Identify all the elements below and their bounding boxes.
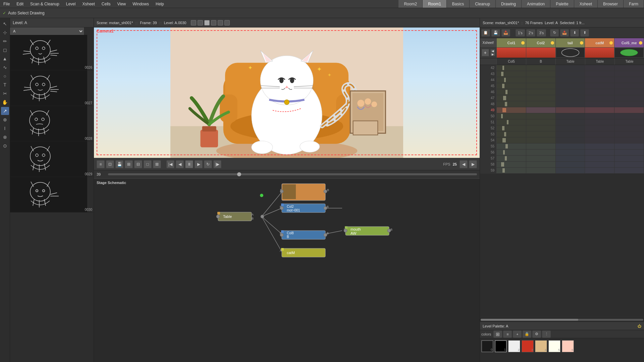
hscroll-thumb[interactable]: [481, 319, 578, 321]
table-row[interactable]: 42: [480, 65, 644, 71]
pb-snapshot[interactable]: ⊡: [106, 160, 114, 168]
palette-power-icon[interactable]: ⏻: [638, 324, 641, 328]
menu-cells[interactable]: Cells: [98, 1, 114, 7]
menu-windows[interactable]: Windows: [129, 1, 152, 7]
swatch-5[interactable]: 5: [548, 340, 560, 352]
xs-col5me-dot[interactable]: [639, 41, 642, 45]
palette-settings-btn[interactable]: ⚙: [532, 330, 541, 338]
frame-slider[interactable]: [108, 173, 477, 175]
room-tab-drawing[interactable]: Drawing: [496, 0, 522, 8]
xs-btn-import[interactable]: 📥: [501, 29, 510, 37]
palette-more-btn[interactable]: ⋮: [542, 330, 551, 338]
table-row[interactable]: 47: [480, 95, 644, 101]
menu-help[interactable]: Help: [152, 1, 167, 7]
swatch-2[interactable]: 2: [508, 340, 520, 352]
tool-brush[interactable]: ✏: [1, 37, 9, 45]
tool-scissors[interactable]: ✂: [1, 89, 9, 98]
palette-grid-btn[interactable]: ⊞: [493, 330, 502, 338]
xs-col-right[interactable]: ▶: [490, 53, 495, 56]
swatch-6[interactable]: 6: [562, 340, 574, 352]
icon-square[interactable]: [204, 20, 210, 25]
table-row[interactable]: 49: [480, 107, 644, 113]
table-row[interactable]: 58: [480, 162, 644, 168]
pb-prev[interactable]: ◀: [176, 160, 184, 168]
room-tab-farm[interactable]: Farm: [624, 0, 644, 8]
xsheet-hscroll[interactable]: [480, 317, 644, 322]
pb-first[interactable]: |◀: [166, 160, 174, 168]
menu-xsheet[interactable]: Xsheet: [79, 1, 98, 7]
tool-stroke[interactable]: ∿: [1, 63, 9, 71]
xs-btn-import2[interactable]: ⬇: [570, 29, 579, 37]
xs-btn-new[interactable]: 📋: [481, 29, 490, 37]
level-select[interactable]: A: [10, 27, 84, 35]
xs-btn-3s[interactable]: 3's: [537, 29, 546, 37]
table-row[interactable]: 46: [480, 89, 644, 95]
xs-btn-save[interactable]: 💾: [491, 29, 500, 37]
thumbnail-0029[interactable]: 0029: [10, 141, 94, 177]
room-tab-animation[interactable]: Animation: [522, 0, 550, 8]
pb-compare[interactable]: ⊞: [125, 160, 133, 168]
pb-zoom2[interactable]: ⊠: [153, 160, 161, 168]
thumbnail-0028[interactable]: 0028: [10, 106, 94, 141]
swatch-4[interactable]: 4: [535, 340, 547, 352]
tool-text[interactable]: T: [1, 81, 9, 89]
pb-pause[interactable]: ⏸: [185, 160, 193, 168]
table-row[interactable]: 50: [480, 113, 644, 119]
xs-btn-refresh[interactable]: ↻: [550, 29, 559, 37]
thumbnail-0030[interactable]: 0030: [10, 177, 94, 213]
icon-grid[interactable]: [198, 20, 203, 25]
palette-lock-btn[interactable]: 🔒: [523, 330, 531, 338]
hscroll-bar[interactable]: [481, 319, 643, 321]
icon-camera[interactable]: [224, 20, 230, 25]
icon-monitor[interactable]: [191, 20, 196, 25]
table-row[interactable]: 52: [480, 125, 644, 131]
room-tab-browser[interactable]: Browser: [598, 0, 624, 8]
xs-btn-2s[interactable]: 2's: [526, 29, 536, 37]
swatch-1[interactable]: 1: [495, 340, 507, 352]
tool-zoom[interactable]: ⊕: [1, 116, 9, 124]
palette-add-btn[interactable]: +: [513, 330, 522, 338]
tool-arrow[interactable]: ↖: [1, 20, 9, 28]
table-row[interactable]: 57: [480, 156, 644, 162]
tool-rig[interactable]: ⊙: [1, 142, 9, 150]
pb-next[interactable]: |▶: [213, 160, 221, 168]
table-row[interactable]: 55: [480, 143, 644, 149]
tool-select[interactable]: ⊹: [1, 28, 9, 37]
pb-loop[interactable]: ↻: [204, 160, 212, 168]
tool-measure[interactable]: I: [1, 124, 9, 132]
pb-zoom[interactable]: □: [144, 160, 152, 168]
xs-btn-more[interactable]: ⬆: [580, 29, 589, 37]
menu-file[interactable]: File: [0, 1, 13, 7]
menu-level[interactable]: Level: [63, 1, 79, 7]
tool-hand[interactable]: ✋: [1, 98, 9, 106]
menu-scan[interactable]: Scan & Cleanup: [27, 1, 63, 7]
room-tab-room1[interactable]: Room1: [423, 0, 447, 8]
tool-fill[interactable]: ▲: [1, 55, 9, 63]
xsheet-scroll[interactable]: 42 43 44: [480, 65, 644, 317]
room-tab-palette[interactable]: Palette: [550, 0, 574, 8]
xs-col2-dot[interactable]: [551, 41, 554, 45]
xs-tail-dot[interactable]: [580, 41, 583, 45]
xs-add-col[interactable]: +: [482, 49, 489, 56]
xs-col-left[interactable]: ◀: [490, 49, 495, 53]
tool-eraser[interactable]: ◻: [1, 46, 9, 54]
pb-play[interactable]: ▶: [195, 160, 203, 168]
icon-eye[interactable]: [218, 20, 223, 25]
xsheet-label-btn[interactable]: Xsheet!: [480, 38, 496, 48]
xs-btn-export[interactable]: 📤: [560, 29, 569, 37]
table-row[interactable]: 56: [480, 149, 644, 156]
xs-catm-dot[interactable]: [609, 41, 613, 45]
thumbnail-0026[interactable]: 0026: [10, 35, 94, 70]
table-row[interactable]: 43: [480, 71, 644, 77]
table-row[interactable]: 54: [480, 137, 644, 143]
pb-fullscreen[interactable]: ⊟: [134, 160, 142, 168]
pb-save[interactable]: 💾: [115, 160, 123, 168]
room-tab-cleanup[interactable]: Cleanup: [470, 0, 496, 8]
palette-list-btn[interactable]: ≡: [503, 330, 512, 338]
pb-hamburger[interactable]: ≡: [97, 160, 105, 168]
xs-col1-dot[interactable]: [521, 41, 525, 45]
fps-up[interactable]: ▶: [469, 160, 477, 168]
table-row[interactable]: 53: [480, 131, 644, 137]
xs-btn-1s[interactable]: 1's: [516, 29, 525, 37]
swatch-3[interactable]: 3: [522, 340, 534, 352]
